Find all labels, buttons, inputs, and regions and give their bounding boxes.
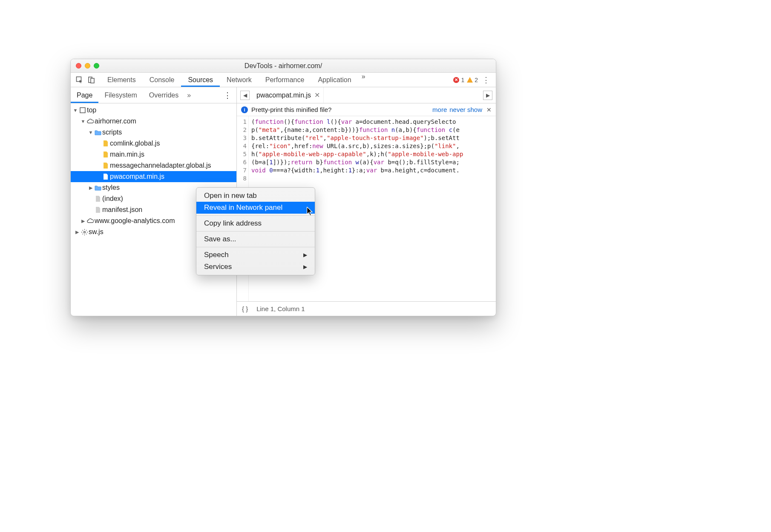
folder-icon xyxy=(94,185,102,191)
close-tab-icon[interactable]: ✕ xyxy=(314,91,320,99)
window-title: DevTools - airhorner.com/ xyxy=(71,62,496,70)
device-toggle-icon[interactable] xyxy=(88,76,95,84)
navigator-tabs: Page Filesystem Overrides » ⋮ xyxy=(71,87,236,103)
tree-file-comlink[interactable]: comlink.global.js xyxy=(71,138,236,149)
banner-text: Pretty-print this minified file? xyxy=(251,106,331,113)
tree-file-messagechannel[interactable]: messagechanneladapter.global.js xyxy=(71,160,236,171)
ctx-save-as[interactable]: Save as... xyxy=(196,233,315,245)
banner-more-link[interactable]: more xyxy=(432,106,447,113)
pretty-print-toggle-icon[interactable]: { } xyxy=(242,305,248,312)
minimize-window-button[interactable] xyxy=(85,63,90,69)
inspect-element-icon[interactable] xyxy=(76,76,83,84)
nav-back-icon[interactable]: ◀ xyxy=(240,91,250,100)
main-toolbar: Elements Console Sources Network Perform… xyxy=(71,73,496,87)
tabs-overflow-icon[interactable]: » xyxy=(358,73,369,87)
error-count-badge[interactable]: ✕ 1 xyxy=(453,77,464,83)
file-tab-pwacompat[interactable]: pwacompat.min.js ✕ xyxy=(253,87,324,103)
editor-statusbar: { } Line 1, Column 1 xyxy=(237,301,496,316)
banner-never-link[interactable]: never show xyxy=(449,106,482,113)
ctx-separator xyxy=(196,215,315,216)
chevron-right-icon: ▶ xyxy=(303,252,307,258)
warning-count-badge[interactable]: 2 xyxy=(467,77,478,83)
tab-network[interactable]: Network xyxy=(220,73,259,87)
subtab-page[interactable]: Page xyxy=(71,87,98,103)
context-menu: Open in new tab Reveal in Network panel … xyxy=(196,187,315,275)
tab-application[interactable]: Application xyxy=(311,73,358,87)
file-tabbar: ◀ pwacompat.min.js ✕ ▶ xyxy=(237,87,496,103)
tree-folder-scripts[interactable]: ▼ scripts xyxy=(71,127,236,138)
subtab-filesystem[interactable]: Filesystem xyxy=(98,87,143,103)
chevron-down-icon: ▼ xyxy=(80,116,86,127)
close-window-button[interactable] xyxy=(76,63,81,69)
zoom-window-button[interactable] xyxy=(94,63,99,69)
ctx-open-new-tab[interactable]: Open in new tab xyxy=(196,190,315,202)
tab-sources[interactable]: Sources xyxy=(181,73,220,87)
nav-forward-icon[interactable]: ▶ xyxy=(483,91,492,100)
ctx-reveal-network[interactable]: Reveal in Network panel xyxy=(196,202,315,214)
cursor-icon xyxy=(307,207,314,216)
settings-kebab-icon[interactable]: ⋮ xyxy=(480,75,492,85)
cloud-icon xyxy=(86,119,95,124)
ctx-separator xyxy=(196,231,315,232)
navigator-overflow-icon[interactable]: » xyxy=(184,92,193,99)
svg-rect-2 xyxy=(91,78,94,83)
folder-icon xyxy=(94,130,102,135)
ctx-speech[interactable]: Speech▶ xyxy=(196,249,315,261)
tab-console[interactable]: Console xyxy=(143,73,181,87)
frame-icon xyxy=(78,107,87,113)
pretty-print-banner: i Pretty-print this minified file? more … xyxy=(237,103,496,116)
tab-elements[interactable]: Elements xyxy=(101,73,143,87)
chevron-right-icon: ▶ xyxy=(88,182,94,193)
info-icon: i xyxy=(241,106,248,113)
tree-top[interactable]: ▼ top xyxy=(71,105,236,116)
ctx-separator xyxy=(196,247,315,247)
main-tabs: Elements Console Sources Network Perform… xyxy=(101,73,369,87)
document-icon xyxy=(94,207,102,213)
chevron-down-icon: ▼ xyxy=(88,127,94,138)
tree-domain-airhorner[interactable]: ▼ airhorner.com xyxy=(71,116,236,127)
ctx-services[interactable]: Services▶ xyxy=(196,261,315,273)
banner-close-icon[interactable]: ✕ xyxy=(486,106,492,113)
svg-point-4 xyxy=(83,231,85,233)
tree-file-pwacompat[interactable]: pwacompat.min.js xyxy=(71,171,236,182)
navigator-kebab-icon[interactable]: ⋮ xyxy=(219,91,236,100)
js-file-icon xyxy=(101,174,110,180)
error-icon: ✕ xyxy=(453,77,459,83)
subtab-overrides[interactable]: Overrides xyxy=(143,87,184,103)
chevron-right-icon: ▶ xyxy=(303,264,307,270)
document-icon xyxy=(94,196,102,202)
js-file-icon xyxy=(101,140,110,147)
gear-icon xyxy=(80,229,89,235)
chevron-right-icon: ▶ xyxy=(80,215,86,226)
cloud-icon xyxy=(86,218,95,223)
svg-rect-3 xyxy=(80,108,85,113)
titlebar: DevTools - airhorner.com/ xyxy=(71,59,496,73)
js-file-icon xyxy=(101,163,110,169)
window-controls xyxy=(71,63,99,69)
tree-file-main[interactable]: main.min.js xyxy=(71,149,236,160)
cursor-position: Line 1, Column 1 xyxy=(256,305,305,312)
chevron-down-icon: ▼ xyxy=(72,105,78,116)
tab-performance[interactable]: Performance xyxy=(259,73,311,87)
js-file-icon xyxy=(101,152,110,158)
warning-icon xyxy=(467,77,473,83)
chevron-right-icon: ▶ xyxy=(74,226,80,237)
ctx-copy-link[interactable]: Copy link address xyxy=(196,217,315,229)
